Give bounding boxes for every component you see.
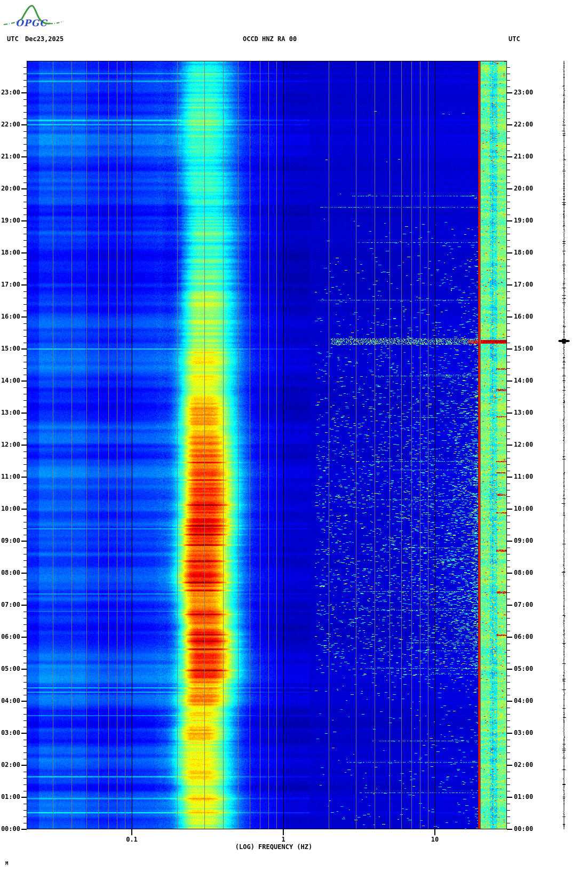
time-label-left: 04:00 [0, 697, 20, 704]
time-label-right: 20:00 [514, 185, 538, 192]
freq-tick-label: 1 [272, 836, 295, 843]
header-date: Dec23,2025 [25, 35, 63, 43]
time-label-right: 13:00 [514, 409, 538, 416]
opgc-logo: OPGC [3, 3, 69, 30]
time-label-right: 10:00 [514, 505, 538, 512]
time-label-left: 22:00 [0, 121, 20, 128]
time-label-right: 03:00 [514, 729, 538, 736]
time-label-right: 23:00 [514, 89, 538, 96]
time-label-left: 08:00 [0, 569, 20, 576]
time-label-left: 14:00 [0, 377, 20, 384]
time-label-right: 15:00 [514, 345, 538, 352]
header-utc-left: UTC [7, 35, 19, 43]
time-label-right: 00:00 [514, 825, 538, 833]
time-label-right: 05:00 [514, 665, 538, 672]
corner-mark: M [5, 861, 8, 866]
time-label-right: 16:00 [514, 313, 538, 320]
time-label-right: 04:00 [514, 697, 538, 704]
time-label-left: 19:00 [0, 217, 20, 224]
time-label-left: 06:00 [0, 633, 20, 640]
time-label-left: 00:00 [0, 825, 20, 833]
time-label-right: 02:00 [514, 761, 538, 768]
time-label-right: 01:00 [514, 793, 538, 800]
time-label-right: 21:00 [514, 153, 538, 160]
freq-tick-label: 0.1 [120, 836, 144, 843]
time-label-right: 17:00 [514, 281, 538, 288]
time-label-right: 12:00 [514, 441, 538, 448]
time-label-left: 07:00 [0, 601, 20, 608]
time-label-left: 15:00 [0, 345, 20, 352]
time-label-left: 02:00 [0, 761, 20, 768]
freq-axis-title: (LOG) FREQUENCY (HZ) [194, 843, 354, 851]
time-label-left: 01:00 [0, 793, 20, 800]
time-label-right: 22:00 [514, 121, 538, 128]
time-label-left: 23:00 [0, 89, 20, 96]
time-label-left: 20:00 [0, 185, 20, 192]
logo-text: OPGC [15, 18, 48, 28]
time-label-right: 06:00 [514, 633, 538, 640]
time-label-left: 03:00 [0, 729, 20, 736]
freq-tick-label: 10 [423, 836, 447, 843]
header-station-title: OCCD HNZ RA 00 [243, 35, 297, 43]
spectrogram-canvas [0, 0, 588, 872]
header-utc-right: UTC [508, 35, 520, 43]
time-label-left: 16:00 [0, 313, 20, 320]
time-label-left: 09:00 [0, 537, 20, 544]
time-label-left: 13:00 [0, 409, 20, 416]
spectrogram-page: OPGC UTC Dec23,2025 OCCD HNZ RA 00 UTC 2… [0, 0, 588, 872]
time-label-left: 11:00 [0, 473, 20, 480]
time-label-left: 21:00 [0, 153, 20, 160]
time-label-right: 14:00 [514, 377, 538, 384]
time-label-right: 11:00 [514, 473, 538, 480]
time-label-right: 19:00 [514, 217, 538, 224]
logo-mountain-right [50, 21, 63, 23]
time-label-left: 10:00 [0, 505, 20, 512]
time-label-left: 05:00 [0, 665, 20, 672]
time-label-right: 18:00 [514, 249, 538, 256]
time-label-left: 17:00 [0, 281, 20, 288]
time-label-left: 12:00 [0, 441, 20, 448]
time-label-left: 18:00 [0, 249, 20, 256]
time-label-right: 08:00 [514, 569, 538, 576]
time-label-right: 09:00 [514, 537, 538, 544]
time-label-right: 07:00 [514, 601, 538, 608]
